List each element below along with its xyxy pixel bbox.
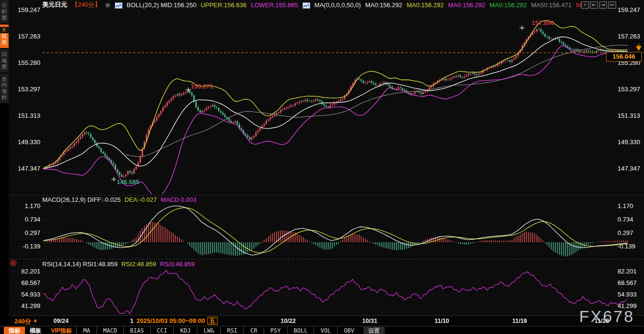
- price-axis-label: 153.297: [16, 86, 40, 93]
- sidebar: 分时图K线图闪电图合约资料: [0, 0, 9, 334]
- date-label: 11/19: [512, 318, 527, 324]
- ma0-value-2: MA0:156.292: [407, 1, 444, 9]
- date-label: 09/24: [53, 318, 68, 324]
- price-axis-label: 147.347: [16, 165, 40, 172]
- crosshair-move-icon[interactable]: +: [581, 1, 589, 9]
- price-axis-label: 157.263: [16, 33, 40, 40]
- tooltip-weekday: 五: [207, 317, 218, 325]
- toolbar-item-obv[interactable]: OBV: [337, 327, 361, 334]
- macd-axis-label: -0.139: [16, 243, 40, 250]
- period-dropdown-icon[interactable]: ▲: [33, 317, 38, 323]
- price-axis-label: 149.330: [16, 139, 40, 146]
- price-axis-label: 159.247: [16, 7, 40, 13]
- ma50-value: MA50:156.471: [531, 1, 572, 9]
- scale-left-axis-icon[interactable]: ⇤: [590, 1, 598, 9]
- macd-header-value: DEA:-0.027: [124, 196, 157, 203]
- rsi-axis-label: 82.201: [618, 268, 642, 275]
- period-badge: 【240分】: [72, 0, 101, 9]
- rsi-header-value: RSI2:48.859: [122, 260, 156, 268]
- sidebar-tab-flash-chart[interactable]: 闪电图: [0, 49, 9, 73]
- toolbar-item-settings[interactable]: 设置: [364, 327, 385, 334]
- boll-mid-value: BOLL(20,2) MID:156.250: [127, 1, 196, 9]
- ma-params: MA(0,0,0,0,50,0): [315, 1, 361, 9]
- rsi-line: [43, 270, 627, 314]
- macd-header-value: MACD:0.003: [160, 196, 196, 203]
- price-panel: [43, 21, 629, 197]
- toolbar-item-vol[interactable]: VOL: [314, 327, 337, 334]
- macd-axis-label: 1.170: [16, 203, 40, 210]
- rsi-axis-label: 54.933: [16, 291, 40, 298]
- date-label: 11/10: [435, 318, 450, 324]
- toolbar-item-ma[interactable]: MA: [76, 327, 96, 334]
- toolbar-item-lwr[interactable]: LW&: [197, 327, 220, 334]
- price-annotation: 146.585: [117, 178, 139, 186]
- macd-axis-label: 0.297: [16, 230, 40, 236]
- toolbar-item-cci[interactable]: CCI: [150, 327, 174, 334]
- rsi-header-value: RSI3:48.859: [160, 260, 194, 268]
- price-annotation: 153.271: [191, 83, 213, 90]
- boll-chart-icon: [115, 2, 122, 9]
- boll-lower-line: [43, 46, 628, 197]
- candles: [43, 27, 629, 178]
- rsi-axis-label: 41.299: [16, 303, 40, 309]
- symbol-title: 美元日元: [42, 0, 67, 9]
- price-axis-label: 147.347: [618, 165, 642, 172]
- price-axis-label: 155.280: [16, 60, 40, 66]
- price-axis-label: 151.313: [618, 112, 642, 119]
- rsi-header: RSI(14,14,14) RSI1:48.859RSI2:48.859RSI3…: [42, 260, 198, 268]
- ma50-line: [126, 45, 628, 157]
- sidebar-tab-contract-info[interactable]: 合约资料: [0, 74, 9, 103]
- toolbar-item-psy[interactable]: PSY: [264, 327, 287, 334]
- toolbar-item-macd[interactable]: MACD: [97, 327, 123, 334]
- ma0-value-4: MA0:156.292: [489, 1, 526, 9]
- toolbar-item-vip-indicator[interactable]: VIP指标: [46, 327, 76, 334]
- macd-axis-label: 1.170: [618, 203, 642, 210]
- price-axis-label: 149.330: [618, 139, 642, 146]
- time-axis: 240分 ▲ 1 13 2025/10/03 05:00~09:00五 09/2…: [0, 315, 644, 326]
- macd-header-value: MACD(26,12,9) DIFF:-0.025: [42, 196, 121, 203]
- bar-datetime-tooltip: 2025/10/03 05:00~09:00五: [134, 316, 219, 325]
- price-axis-label: 159.247: [618, 7, 642, 13]
- boll-upper-value: UPPER:156.636: [201, 1, 246, 9]
- rsi-header-value: RSI(14,14,14) RSI1:48.859: [42, 260, 118, 268]
- kline-chart-app: 分时图K线图闪电图合约资料 美元日元【240分】⊕BOLL(20,2) MID:…: [0, 0, 644, 334]
- date-label: 10/31: [362, 318, 377, 324]
- price-axis-label: 153.297: [618, 86, 642, 93]
- scale-right-axis-icon[interactable]: ⇥: [599, 1, 607, 9]
- macd-histogram: [45, 222, 628, 257]
- detach-window-icon[interactable]: ↦: [608, 1, 616, 9]
- boll-lower-value: LOWER:155.865: [251, 1, 298, 9]
- ma0-value-3: MA0:156.292: [448, 1, 485, 9]
- sidebar-tab-time-share-chart[interactable]: 分时图: [0, 0, 9, 24]
- toolbar-item-rsi[interactable]: RSI: [220, 327, 244, 334]
- macd-axis-label: 0.734: [16, 216, 40, 223]
- date-label: 10/22: [280, 318, 295, 324]
- boll-mid-line: [43, 37, 628, 169]
- boll-upper-line: [43, 21, 628, 169]
- toolbar-item-template[interactable]: 模板: [25, 327, 46, 334]
- macd-axis-label: -0.139: [618, 243, 642, 250]
- sidebar-tab-kline-chart[interactable]: K线图: [0, 25, 9, 48]
- toolbar-item-boll[interactable]: BOLL: [287, 327, 314, 334]
- toolbar-item-kdj[interactable]: KDJ: [173, 327, 197, 334]
- price-annotation: 157.890: [532, 19, 554, 26]
- chart-canvas[interactable]: [0, 0, 644, 334]
- macd-axis-label: 0.734: [618, 216, 642, 223]
- rsi-axis-label: 68.567: [618, 280, 642, 286]
- toolbar-item-indicator[interactable]: 指标: [4, 327, 25, 334]
- price-axis-label: 157.263: [618, 33, 642, 40]
- price-alert-marker: [636, 44, 642, 51]
- indicator-toolbar: 指标模板VIP指标MAMACDBIASCCIKDJLW&RSICRPSYBOLL…: [0, 326, 644, 334]
- add-indicator-icon[interactable]: ⊕: [105, 1, 110, 9]
- price-axis-label: 151.313: [16, 112, 40, 119]
- macd-panel: [43, 206, 628, 257]
- date-fragment-left: 1: [130, 318, 134, 324]
- chart-legend: 美元日元【240分】⊕BOLL(20,2) MID:156.250UPPER:1…: [42, 0, 594, 9]
- toolbar-item-cr[interactable]: CR: [243, 327, 263, 334]
- toolbar-item-bias[interactable]: BIAS: [123, 327, 150, 334]
- period-label[interactable]: 240分: [14, 317, 31, 326]
- current-price-tag: 156.046: [606, 52, 642, 62]
- macd-diff-line: [43, 206, 628, 255]
- rsi-axis-label: 68.567: [16, 280, 40, 286]
- macd-axis-label: 0.297: [618, 230, 642, 236]
